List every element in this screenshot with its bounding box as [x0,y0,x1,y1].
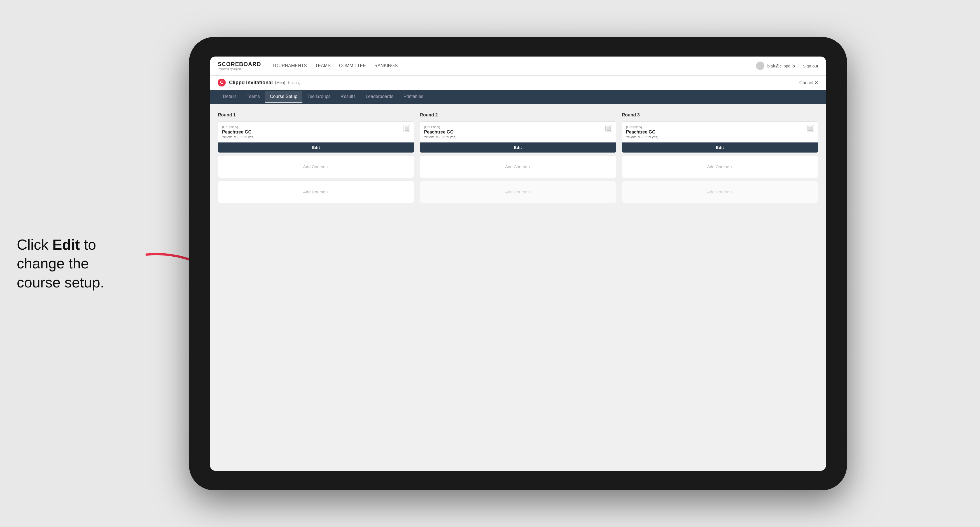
round-3-add-course-2: Add Course + [622,181,818,203]
round-1-add-course-2[interactable]: Add Course + [218,181,414,203]
round-3-edit-button[interactable]: Edit [622,143,818,152]
round-1-course-tag: (Course A) [222,125,255,129]
round-1-header: Round 1 [218,113,414,117]
tab-results[interactable]: Results [336,90,361,103]
nav-links: TOURNAMENTS TEAMS COMMITTEE RANKINGS [272,62,756,70]
round-2-course-info: (Course A) Peachtree GC Yellow (M) (6629… [424,125,457,139]
round-3-course-tag: (Course A) [626,125,659,129]
round-1-column: Round 1 (Course A) Peachtree GC Yellow (… [218,113,414,206]
round-3-course-details: Yellow (M) (6629 yds) [626,135,659,139]
round-1-edit-button[interactable]: Edit [218,143,414,152]
round-2-add-course-1-label: Add Course + [505,164,531,169]
round-2-column: Round 2 (Course A) Peachtree GC Yellow (… [420,113,616,206]
nav-tournaments[interactable]: TOURNAMENTS [272,62,307,70]
logo-letter: C [220,80,223,85]
round-1-course-details: Yellow (M) (6629 yds) [222,135,255,139]
round-3-add-course-1-label: Add Course + [707,164,733,169]
tab-tee-groups[interactable]: Tee Groups [302,90,336,103]
round-3-course-card: (Course A) Peachtree GC Yellow (M) (6629… [622,121,818,153]
main-content: Round 1 (Course A) Peachtree GC Yellow (… [210,104,826,471]
tab-leaderboards[interactable]: Leaderboards [361,90,398,103]
nav-separator: | [798,63,799,68]
round-2-course-tag: (Course A) [424,125,457,129]
top-nav: SCOREBOARD Powered by clippd TOURNAMENTS… [210,57,826,76]
round-1-add-course-2-label: Add Course + [303,189,329,194]
sign-out-link[interactable]: Sign out [803,63,818,68]
instruction-bold: Edit [52,236,80,252]
round-2-course-card: (Course A) Peachtree GC Yellow (M) (6629… [420,121,616,153]
round-2-course-header: (Course A) Peachtree GC Yellow (M) (6629… [420,122,616,143]
round-2-course-details: Yellow (M) (6629 yds) [424,135,457,139]
round-3-add-course-1[interactable]: Add Course + [622,156,818,178]
rounds-container: Round 1 (Course A) Peachtree GC Yellow (… [218,113,818,206]
nav-rankings[interactable]: RANKINGS [374,62,398,70]
cancel-button[interactable]: Cancel ✕ [799,80,818,85]
round-1-delete-button[interactable]: ⬜ [403,125,410,132]
round-1-course-card: (Course A) Peachtree GC Yellow (M) (6629… [218,121,414,153]
instruction-prefix: Click [17,236,52,252]
tab-details[interactable]: Details [218,90,242,103]
round-1-course-header: (Course A) Peachtree GC Yellow (M) (6629… [218,122,414,143]
clippd-logo: C [218,79,226,86]
round-2-add-course-1[interactable]: Add Course + [420,156,616,178]
instruction-text: Click Edit tochange thecourse setup. [17,235,162,292]
tab-bar: Details Teams Course Setup Tee Groups Re… [210,90,826,104]
round-1-add-course-1-label: Add Course + [303,164,329,169]
round-3-add-course-2-label: Add Course + [707,189,733,194]
round-3-course-name: Peachtree GC [626,130,659,135]
round-2-header: Round 2 [420,113,616,117]
tournament-name: Clippd Invitational [229,80,273,86]
round-2-add-course-2-label: Add Course + [505,189,531,194]
logo-title: SCOREBOARD [218,61,261,67]
round-3-course-info: (Course A) Peachtree GC Yellow (M) (6629… [626,125,659,139]
tablet-shell: SCOREBOARD Powered by clippd TOURNAMENTS… [189,37,847,490]
nav-right: blair@clippd.io | Sign out [756,62,818,70]
user-email: blair@clippd.io [767,63,795,68]
logo-subtitle: Powered by clippd [218,67,261,70]
tournament-gender: (Men) [275,80,285,85]
round-3-course-header: (Course A) Peachtree GC Yellow (M) (6629… [622,122,818,143]
tablet-screen: SCOREBOARD Powered by clippd TOURNAMENTS… [210,57,826,471]
sub-header: C Clippd Invitational (Men) Hosting Canc… [210,76,826,90]
round-1-course-info: (Course A) Peachtree GC Yellow (M) (6629… [222,125,255,139]
round-2-course-name: Peachtree GC [424,130,457,135]
round-3-header: Round 3 [622,113,818,117]
user-avatar [756,62,764,70]
nav-teams[interactable]: TEAMS [315,62,331,70]
hosting-badge: Hosting [288,81,301,85]
tab-printables[interactable]: Printables [398,90,428,103]
round-1-add-course-1[interactable]: Add Course + [218,156,414,178]
round-2-edit-button[interactable]: Edit [420,143,616,152]
nav-committee[interactable]: COMMITTEE [339,62,366,70]
tab-teams[interactable]: Teams [242,90,265,103]
round-2-add-course-2: Add Course + [420,181,616,203]
scoreboard-logo: SCOREBOARD Powered by clippd [218,61,261,70]
round-2-delete-button[interactable]: ⬜ [605,125,612,132]
round-3-delete-button[interactable]: ⬜ [807,125,814,132]
tab-course-setup[interactable]: Course Setup [265,90,302,103]
round-3-column: Round 3 (Course A) Peachtree GC Yellow (… [622,113,818,206]
round-1-course-name: Peachtree GC [222,130,255,135]
